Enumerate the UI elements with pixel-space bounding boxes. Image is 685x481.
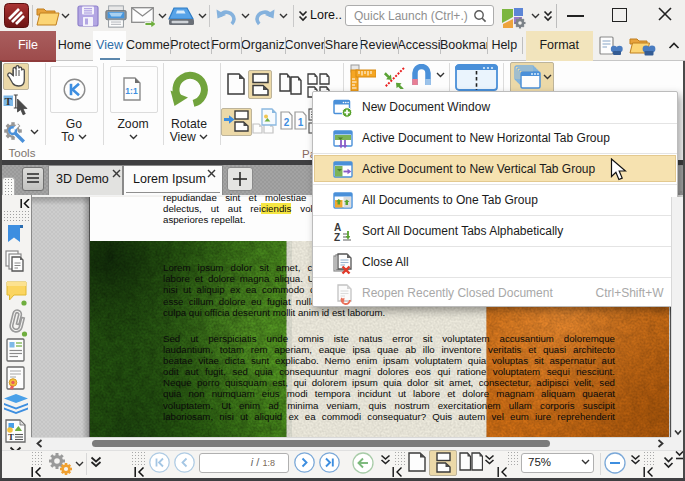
svg-text:Z: Z	[334, 232, 340, 242]
svg-text:T: T	[8, 432, 14, 442]
svg-text:2: 2	[284, 117, 290, 128]
svg-text:1: 1	[297, 117, 303, 128]
svg-text:1:1: 1:1	[125, 86, 138, 96]
svg-text:T: T	[5, 95, 13, 107]
